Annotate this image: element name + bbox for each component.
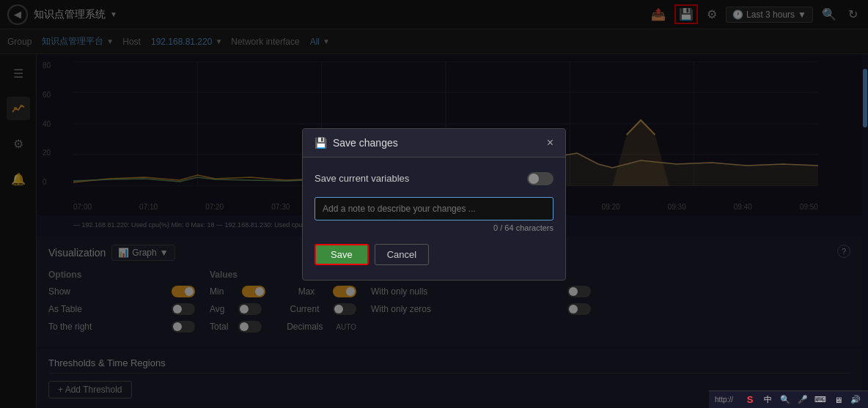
char-count: 0 / 64 characters [315, 223, 553, 232]
tray-monitor-icon[interactable]: 🖥 [831, 393, 845, 407]
save-variables-row: Save current variables [315, 172, 553, 185]
modal-footer: Save Cancel [315, 244, 553, 265]
modal-close-button[interactable]: × [547, 136, 553, 149]
tray-chinese-icon[interactable]: 中 [761, 393, 774, 407]
modal-body: Save current variables 0 / 64 characters… [303, 157, 565, 280]
save-variables-toggle[interactable] [527, 172, 553, 185]
tray-url: http:// [715, 396, 733, 404]
tray-keyboard-icon[interactable]: ⌨ [814, 393, 827, 407]
modal-save-icon: 💾 [315, 137, 327, 149]
tray-s-icon: S [743, 393, 757, 407]
save-changes-modal: 💾 Save changes × Save current variables … [302, 128, 566, 281]
modal-title: Save changes [333, 137, 541, 149]
tray-volume-icon[interactable]: 🔊 [849, 393, 862, 407]
save-variables-label: Save current variables [315, 173, 409, 184]
tray-mic-icon[interactable]: 🎤 [796, 393, 809, 407]
modal-save-label: Save [331, 249, 353, 260]
modal-header: 💾 Save changes × [303, 129, 565, 157]
modal-cancel-label: Cancel [387, 249, 416, 260]
note-input[interactable] [315, 197, 553, 220]
modal-overlay: 💾 Save changes × Save current variables … [0, 0, 868, 408]
system-tray: http:// S 中 🔍 🎤 ⌨ 🖥 🔊 [709, 390, 868, 408]
modal-save-button[interactable]: Save [315, 244, 369, 265]
tray-search-icon[interactable]: 🔍 [779, 393, 792, 407]
modal-cancel-button[interactable]: Cancel [375, 244, 429, 265]
